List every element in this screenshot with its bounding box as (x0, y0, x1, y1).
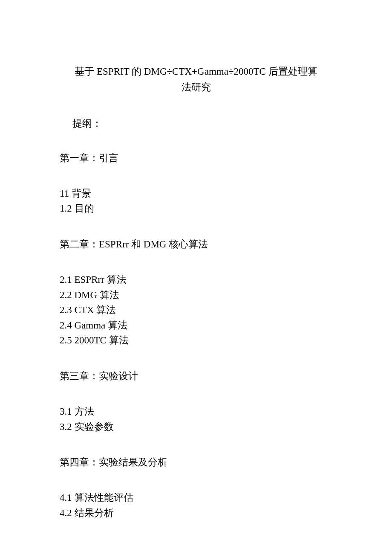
outline-item: 2.2 DMG 算法 (60, 288, 332, 303)
outline-item: 3.1 方法 (60, 404, 332, 419)
chapter-1-items: 11 背景 1.2 目的 (60, 186, 332, 216)
document-title: 基于 ESPRIT 的 DMG÷CTX+Gamma÷2000TC 后置处理算 法… (60, 64, 332, 96)
chapter-1-heading: 第一章：引言 (60, 151, 332, 165)
outline-item: 2.3 CTX 算法 (60, 302, 332, 318)
chapter-3-heading: 第三章：实验设计 (60, 369, 332, 383)
chapter-4: 第四章：实验结果及分析 4.1 算法性能评估 4.2 结果分析 (60, 456, 332, 520)
title-line-1: 基于 ESPRIT 的 DMG÷CTX+Gamma÷2000TC 后置处理算 (70, 64, 322, 80)
chapter-2-items: 2.1 ESPRrr 算法 2.2 DMG 算法 2.3 CTX 算法 2.4 … (60, 272, 332, 348)
outline-item: 2.5 2000TC 算法 (60, 333, 332, 348)
outline-item: 3.2 实验参数 (60, 419, 332, 435)
outline-item: 11 背景 (60, 186, 332, 201)
chapter-3: 第三章：实验设计 3.1 方法 3.2 实验参数 (60, 369, 332, 434)
chapter-3-items: 3.1 方法 3.2 实验参数 (60, 404, 332, 434)
chapter-4-items: 4.1 算法性能评估 4.2 结果分析 (60, 490, 332, 520)
title-line-2: 法研究 (70, 80, 322, 96)
outline-item: 1.2 目的 (60, 201, 332, 216)
chapter-2-heading: 第二章：ESPRrr 和 DMG 核心算法 (60, 238, 332, 251)
outline-item: 2.4 Gamma 算法 (60, 318, 332, 333)
chapter-1: 第一章：引言 11 背景 1.2 目的 (60, 151, 332, 216)
chapter-2: 第二章：ESPRrr 和 DMG 核心算法 2.1 ESPRrr 算法 2.2 … (60, 238, 332, 348)
outline-label: 提纲： (60, 117, 332, 130)
chapter-4-heading: 第四章：实验结果及分析 (60, 456, 332, 469)
outline-item: 2.1 ESPRrr 算法 (60, 272, 332, 288)
outline-item: 4.1 算法性能评估 (60, 490, 332, 506)
outline-item: 4.2 结果分析 (60, 506, 332, 521)
